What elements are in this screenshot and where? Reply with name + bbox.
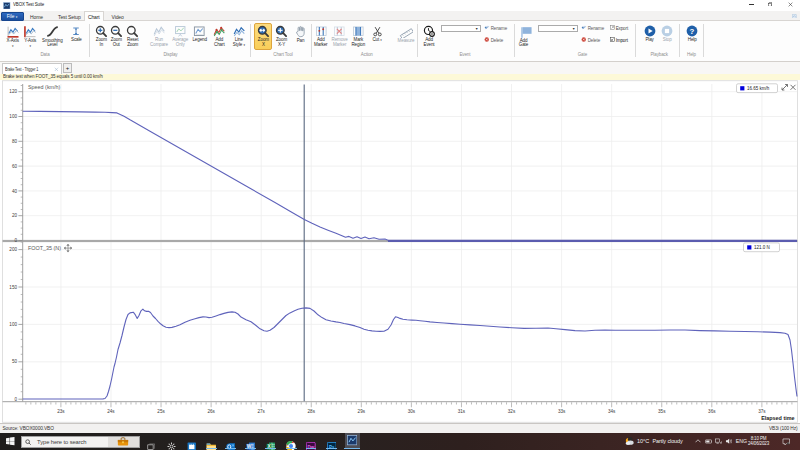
svg-text:?: ? [690, 27, 695, 36]
svg-text:50: 50 [12, 359, 18, 364]
svg-text:30s: 30s [408, 409, 416, 414]
svg-text:80: 80 [12, 139, 18, 144]
svg-text:20: 20 [12, 213, 18, 218]
svg-text:36s: 36s [708, 409, 716, 414]
svg-text:200: 200 [9, 247, 17, 252]
svg-text:29s: 29s [358, 409, 366, 414]
svg-text:40: 40 [12, 189, 18, 194]
svg-text:121.0 N: 121.0 N [754, 245, 770, 250]
svg-text:100: 100 [9, 114, 17, 119]
svg-text:33s: 33s [558, 409, 566, 414]
svg-text:32s: 32s [508, 409, 516, 414]
svg-text:FOOT_35 (N): FOOT_35 (N) [28, 245, 61, 251]
svg-text:60: 60 [12, 164, 18, 169]
svg-text:27s: 27s [257, 409, 265, 414]
svg-text:34s: 34s [608, 409, 616, 414]
svg-text:16.65 km/h: 16.65 km/h [747, 86, 770, 91]
svg-text:0: 0 [14, 397, 17, 402]
svg-text:37s: 37s [758, 409, 766, 414]
svg-text:35s: 35s [658, 409, 666, 414]
svg-text:120: 120 [9, 89, 17, 94]
svg-text:0: 0 [14, 238, 17, 243]
svg-text:26s: 26s [207, 409, 215, 414]
svg-text:100: 100 [9, 322, 17, 327]
svg-text:31s: 31s [458, 409, 466, 414]
svg-text:Speed (km/h): Speed (km/h) [28, 84, 61, 90]
svg-text:Elapsed time: Elapsed time [761, 415, 794, 421]
svg-text:24s: 24s [107, 409, 115, 414]
svg-text:25s: 25s [157, 409, 165, 414]
svg-text:23s: 23s [57, 409, 65, 414]
svg-text:150: 150 [9, 285, 17, 290]
svg-text:28s: 28s [308, 409, 316, 414]
